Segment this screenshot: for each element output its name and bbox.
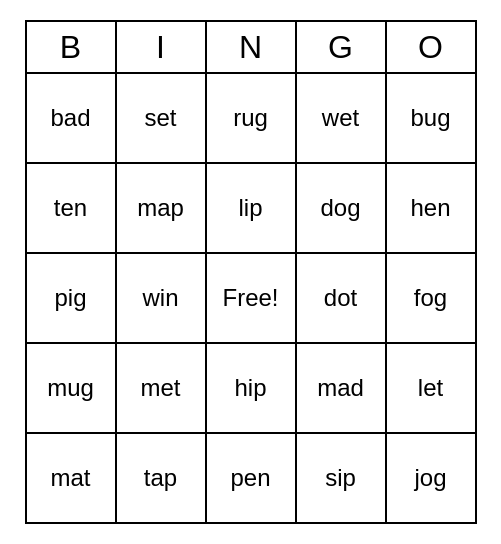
bingo-row-1: tenmaplipdoghen xyxy=(27,164,477,254)
bingo-cell-2-2: Free! xyxy=(207,254,297,344)
bingo-cell-0-4: bug xyxy=(387,74,477,164)
bingo-header: BINGO xyxy=(27,22,477,74)
bingo-cell-3-0: mug xyxy=(27,344,117,434)
bingo-cell-2-3: dot xyxy=(297,254,387,344)
bingo-cell-1-4: hen xyxy=(387,164,477,254)
bingo-cell-2-1: win xyxy=(117,254,207,344)
bingo-cell-0-1: set xyxy=(117,74,207,164)
bingo-cell-3-3: mad xyxy=(297,344,387,434)
bingo-cell-4-2: pen xyxy=(207,434,297,524)
bingo-cell-4-3: sip xyxy=(297,434,387,524)
bingo-row-0: badsetrugwetbug xyxy=(27,74,477,164)
bingo-row-4: mattappensipjog xyxy=(27,434,477,524)
bingo-card: BINGO badsetrugwetbugtenmaplipdoghenpigw… xyxy=(25,20,477,524)
rows-container: badsetrugwetbugtenmaplipdoghenpigwinFree… xyxy=(27,74,477,524)
bingo-row-3: mugmethipmadlet xyxy=(27,344,477,434)
bingo-cell-1-3: dog xyxy=(297,164,387,254)
bingo-cell-1-1: map xyxy=(117,164,207,254)
bingo-cell-3-1: met xyxy=(117,344,207,434)
bingo-cell-3-2: hip xyxy=(207,344,297,434)
header-cell-g: G xyxy=(297,22,387,74)
header-cell-b: B xyxy=(27,22,117,74)
header-cell-o: O xyxy=(387,22,477,74)
bingo-cell-2-4: fog xyxy=(387,254,477,344)
bingo-row-2: pigwinFree!dotfog xyxy=(27,254,477,344)
bingo-cell-3-4: let xyxy=(387,344,477,434)
bingo-cell-1-0: ten xyxy=(27,164,117,254)
bingo-cell-4-1: tap xyxy=(117,434,207,524)
bingo-cell-4-0: mat xyxy=(27,434,117,524)
bingo-cell-4-4: jog xyxy=(387,434,477,524)
header-cell-n: N xyxy=(207,22,297,74)
bingo-cell-1-2: lip xyxy=(207,164,297,254)
bingo-cell-0-2: rug xyxy=(207,74,297,164)
bingo-cell-0-0: bad xyxy=(27,74,117,164)
bingo-cell-0-3: wet xyxy=(297,74,387,164)
bingo-cell-2-0: pig xyxy=(27,254,117,344)
header-cell-i: I xyxy=(117,22,207,74)
